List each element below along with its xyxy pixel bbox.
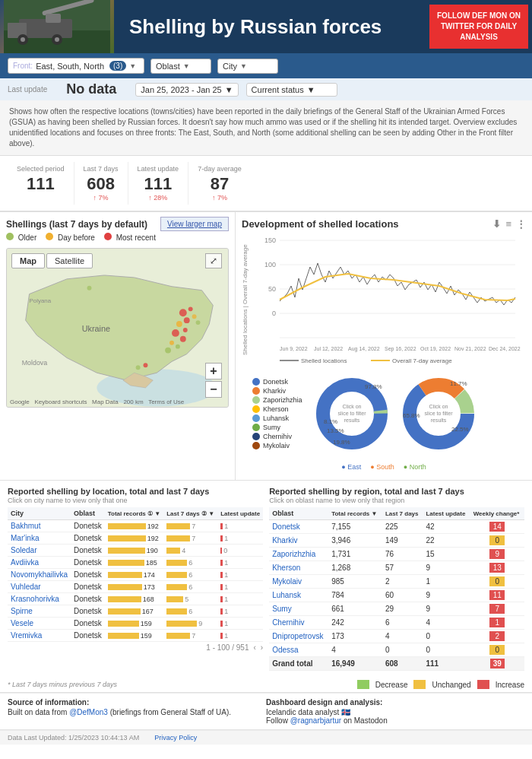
chart-download-icon[interactable]: ⬇ bbox=[492, 218, 501, 230]
th-latest[interactable]: Latest update bbox=[217, 507, 263, 520]
oblast-cell[interactable]: Luhansk bbox=[269, 589, 328, 602]
oblast-select[interactable]: Oblast ▼ bbox=[150, 59, 211, 74]
total-cell: 1,268 bbox=[328, 561, 382, 575]
right-table: Reported shelling by region, total and l… bbox=[269, 487, 524, 671]
chart-title: Development of shelled locations ⬇ ≡ ⋮ bbox=[242, 218, 526, 230]
oblast-cell[interactable]: Kherson bbox=[269, 561, 328, 575]
map-expand-button[interactable]: ⤢ bbox=[205, 253, 222, 268]
table-row[interactable]: Krasnohorivka Donetsk 168 5 1 bbox=[8, 593, 263, 605]
table-row[interactable]: Vremivka Donetsk 159 7 1 bbox=[8, 630, 263, 642]
view-larger-map-button[interactable]: View larger map bbox=[160, 217, 229, 231]
rth-latest[interactable]: Latest update bbox=[423, 507, 470, 520]
table-row[interactable]: Donetsk 7,155 225 42 14 bbox=[269, 520, 524, 534]
oblast-cell[interactable]: Kharkiv bbox=[269, 534, 328, 548]
status-select[interactable]: Current status ▼ bbox=[246, 83, 337, 97]
source-link1[interactable]: @DefMon3 bbox=[69, 708, 108, 716]
th-city[interactable]: City bbox=[8, 507, 71, 520]
rth-total[interactable]: Total records ▼ bbox=[328, 507, 382, 520]
source-text2: (briefings from General Staff of UA). bbox=[110, 708, 231, 716]
stat-latest: Latest update 111 ↑ 28% bbox=[128, 162, 189, 205]
city-select[interactable]: City ▼ bbox=[217, 59, 278, 74]
legend-day-before-label: Day before bbox=[58, 233, 95, 242]
moldova-text: Moldova bbox=[22, 359, 48, 367]
city-cell[interactable]: Bakhmut bbox=[8, 520, 71, 532]
north-donut-svg[interactable]: Click on slice to filter results 11.7% 2… bbox=[397, 372, 480, 456]
table-row[interactable]: Bakhmut Donetsk 192 7 1 bbox=[8, 520, 263, 532]
table-row[interactable]: Luhansk 784 60 9 11 bbox=[269, 589, 524, 602]
latest-cell: 1 bbox=[217, 630, 263, 642]
east-pct1: 8.1% bbox=[324, 418, 337, 425]
city-cell[interactable]: Krasnohorivka bbox=[8, 593, 71, 605]
city-cell[interactable]: Mar'inka bbox=[8, 532, 71, 545]
city-cell[interactable]: Soledar bbox=[8, 545, 71, 557]
oblast-cell[interactable]: Chernihiv bbox=[269, 616, 328, 630]
last7-cell: 29 bbox=[382, 602, 423, 616]
east-donut-svg[interactable]: Click on slice to filter results 8.1% 13… bbox=[310, 372, 394, 456]
privacy-policy-link[interactable]: Privacy Policy bbox=[154, 734, 197, 742]
rth-weekly[interactable]: Weekly change* bbox=[470, 507, 524, 520]
map-tab-satellite[interactable]: Satellite bbox=[46, 253, 93, 268]
map-zoom-out-button[interactable]: − bbox=[205, 381, 222, 398]
city-cell[interactable]: Vuhledar bbox=[8, 581, 71, 593]
city-cell[interactable]: Spirne bbox=[8, 605, 71, 618]
oblast-cell[interactable]: Odessa bbox=[269, 643, 328, 657]
front-select[interactable]: Front: East, South, North (3) ▼ bbox=[8, 58, 144, 74]
mykolaiv-color bbox=[252, 442, 260, 449]
table-row[interactable]: Avdiivka Donetsk 185 6 1 bbox=[8, 557, 263, 569]
table-row[interactable]: Vuhledar Donetsk 173 6 1 bbox=[8, 581, 263, 593]
shellings-header: Shellings (last 7 days by default) View … bbox=[0, 212, 235, 233]
table-row[interactable]: Mykolaiv 985 2 1 0 bbox=[269, 575, 524, 589]
table-row[interactable]: Vesele Donetsk 159 9 1 bbox=[8, 618, 263, 630]
mykolaiv-label: Mykolaiv bbox=[263, 442, 290, 449]
last7-cell: 5 bbox=[163, 593, 217, 605]
total-cell: 3,946 bbox=[328, 534, 382, 548]
date-range-select[interactable]: Jan 25, 2023 - Jan 25 ▼ bbox=[135, 83, 238, 97]
prev-page-button[interactable]: ‹ bbox=[253, 643, 255, 652]
oblast-cell[interactable]: Dnipropetrovsk bbox=[269, 630, 328, 643]
north-click-text: Click on bbox=[429, 404, 448, 409]
east-axis-label: ● East bbox=[341, 463, 361, 471]
table-row[interactable]: Spirne Donetsk 167 6 1 bbox=[8, 605, 263, 618]
table-row[interactable]: Chernihiv 242 6 4 1 bbox=[269, 616, 524, 630]
chart-filter-icon[interactable]: ≡ bbox=[505, 218, 511, 230]
chart-menu-icon[interactable]: ⋮ bbox=[516, 218, 526, 230]
table-row[interactable]: Kharkiv 3,946 149 22 0 bbox=[269, 534, 524, 548]
status-value: Current status bbox=[252, 85, 304, 94]
table-row[interactable]: Odessa 4 0 0 0 bbox=[269, 643, 524, 657]
grand-total-latest: 111 bbox=[423, 657, 470, 671]
kherson-label: Kherson bbox=[263, 405, 289, 413]
table-row[interactable]: Kherson 1,268 57 9 13 bbox=[269, 561, 524, 575]
map-tab-map[interactable]: Map bbox=[11, 253, 45, 268]
design-link[interactable]: @ragnarbjartur bbox=[290, 716, 341, 725]
chart-title-icons[interactable]: ⬇ ≡ ⋮ bbox=[492, 218, 526, 230]
donetsk-color bbox=[252, 378, 260, 386]
svg-text:Dec 24, 2022: Dec 24, 2022 bbox=[489, 346, 521, 351]
rth-last7[interactable]: Last 7 days bbox=[382, 507, 423, 520]
map-zoom-in-button[interactable]: + bbox=[205, 363, 222, 380]
rth-oblast[interactable]: Oblast bbox=[269, 507, 328, 520]
table-row[interactable]: Novomykhailivka Donetsk 174 6 1 bbox=[8, 569, 263, 581]
map-container[interactable]: Map Satellite ⤢ bbox=[6, 248, 229, 408]
donut-axis-labels: ● East ● South ● North bbox=[242, 460, 526, 474]
city-cell[interactable]: Novomykhailivka bbox=[8, 569, 71, 581]
decrease-legend-label: Decrease bbox=[375, 681, 408, 689]
table-row[interactable]: Mar'inka Donetsk 192 7 1 bbox=[8, 532, 263, 545]
city-cell[interactable]: Avdiivka bbox=[8, 557, 71, 569]
table-row[interactable]: Dnipropetrovsk 173 4 0 2 bbox=[269, 630, 524, 643]
th-oblast[interactable]: Oblast bbox=[71, 507, 105, 520]
table-row[interactable]: Zaporizhzhia 1,731 76 15 9 bbox=[269, 548, 524, 561]
table-row[interactable]: Soledar Donetsk 190 4 0 bbox=[8, 545, 263, 557]
city-cell[interactable]: Vesele bbox=[8, 618, 71, 630]
oblast-cell[interactable]: Sumy bbox=[269, 602, 328, 616]
oblast-cell[interactable]: Zaporizhzhia bbox=[269, 548, 328, 561]
change-cell: 1 bbox=[470, 616, 524, 630]
oblast-cell[interactable]: Mykolaiv bbox=[269, 575, 328, 589]
next-page-button[interactable]: › bbox=[261, 643, 263, 652]
table-row[interactable]: Sumy 661 29 9 7 bbox=[269, 602, 524, 616]
oblast-cell[interactable]: Donetsk bbox=[269, 520, 328, 534]
change-cell: 11 bbox=[470, 589, 524, 602]
th-last7[interactable]: Last 7 days ② ▼ bbox=[163, 507, 217, 520]
th-total[interactable]: Total records ① ▼ bbox=[105, 507, 163, 520]
city-cell[interactable]: Vremivka bbox=[8, 630, 71, 642]
twitter-cta[interactable]: FOLLOW DEF MON ON TWITTER FOR DAILY ANAL… bbox=[429, 5, 528, 49]
